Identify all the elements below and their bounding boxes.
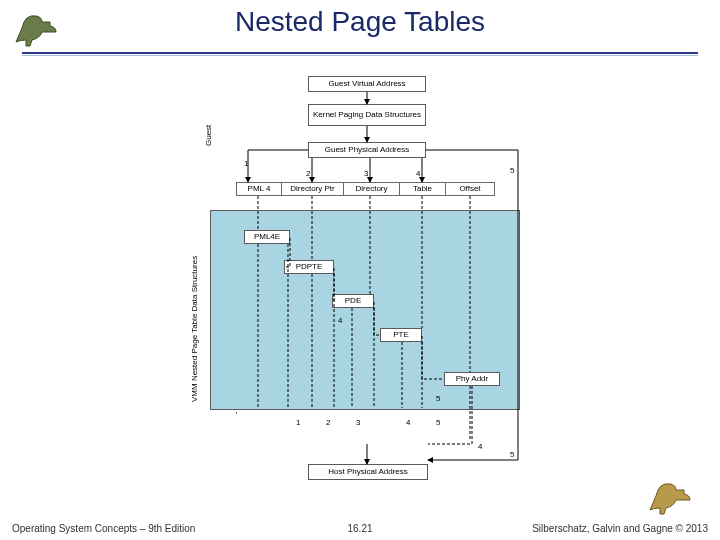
vmm-rot-label: VMM Nested Page Table Data Structures [190,222,199,402]
slide: Nested Page Tables Guest Virtual Address… [0,0,720,540]
rowcell-table: Table [399,182,445,196]
loop-5: 5 [436,394,440,403]
unum-1: 1 [296,418,300,427]
brnum-5: 5 [510,450,514,459]
topnum-1: 1 [244,159,248,168]
stage-pte: PTE [380,328,422,342]
kernel-paging-structs-box: Kernel Paging Data Structures [308,104,426,126]
stage-pdpte: PDPTE [284,260,334,274]
rowcell-dir: Directory [343,182,399,196]
topnum-4: 4 [416,169,420,178]
title-rule-1 [22,52,698,54]
brnum-4: 4 [478,442,482,451]
footer: Operating System Concepts – 9th Edition … [12,523,708,534]
stage-phyaddr: Phy Addr [444,372,500,386]
host-physical-address-box: Host Physical Address [308,464,428,480]
guest-virtual-address-box: Guest Virtual Address [308,76,426,92]
unum-4: 4 [406,418,410,427]
topnum-5: 5 [510,166,514,175]
dinosaur-icon [12,8,60,48]
guest-physical-address-box: Guest Physical Address [308,142,426,158]
dinosaur-icon [646,476,694,516]
unum-3: 3 [356,418,360,427]
stage-pml4e: PML4E [244,230,290,244]
loop-4: 4 [338,316,342,325]
footer-right: Silberschatz, Galvin and Gagne © 2013 [532,523,708,534]
rowcell-pml4: PML 4 [236,182,281,196]
guest-rot-label: Guest [204,86,213,146]
stage-pde: PDE [332,294,374,308]
title-rule-2 [22,55,698,56]
footer-left: Operating System Concepts – 9th Edition [12,523,195,534]
rowcell-dirptr: Directory Ptr [281,182,343,196]
tick-1 [236,412,281,414]
topnum-3: 3 [364,169,368,178]
topnum-2: 2 [306,169,310,178]
rowcell-offset: Offset [445,182,495,196]
nested-page-tables-diagram: Guest Virtual Address Kernel Paging Data… [188,72,548,488]
unum-5: 5 [436,418,440,427]
unum-2: 2 [326,418,330,427]
page-title: Nested Page Tables [0,6,720,38]
